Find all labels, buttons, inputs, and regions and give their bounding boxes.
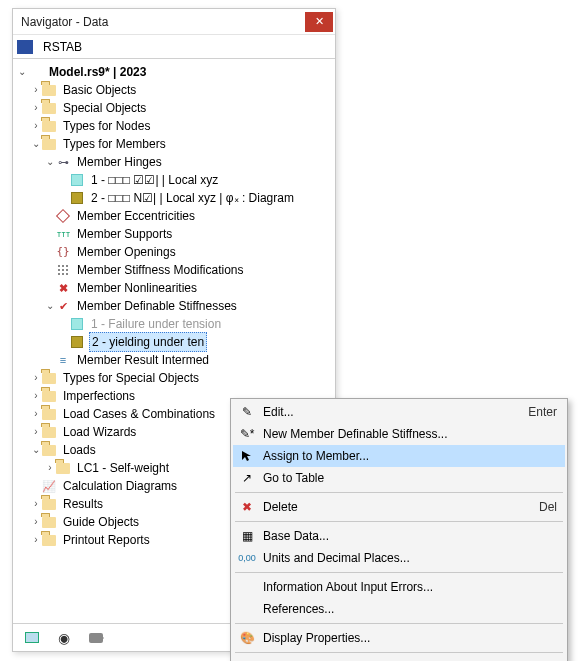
base-data-icon: ▦ [237,529,257,543]
record-button[interactable] [83,627,109,649]
cursor-icon [237,450,257,462]
node-loads[interactable]: Loads [61,441,98,459]
ctx-edit[interactable]: ✎ Edit... Enter [233,401,565,423]
ctx-display-properties[interactable]: 🎨 Display Properties... [233,627,565,649]
node-types-for-members[interactable]: Types for Members [61,135,168,153]
node-basic-objects[interactable]: Basic Objects [61,81,138,99]
node-imperfections[interactable]: Imperfections [61,387,137,405]
ctx-new-definable-stiffness[interactable]: ✎* New Member Definable Stiffness... [233,423,565,445]
node-member-supports[interactable]: Member Supports [75,225,174,243]
node-lc1[interactable]: LC1 - Self-weight [75,459,171,477]
root-node[interactable]: Model.rs9* | 2023 [47,63,148,81]
close-button[interactable]: ✕ [305,12,333,32]
def-stiff-icon: ✔ [55,299,71,313]
result-icon: ≡ [55,353,71,367]
titlebar: Navigator - Data ✕ [13,9,335,35]
ctx-base-data[interactable]: ▦ Base Data... [233,525,565,547]
node-hinge-1[interactable]: 1 - □□□ ☑☑| | Local xyz [89,171,220,189]
support-icon: ттт [55,227,71,241]
node-member-openings[interactable]: Member Openings [75,243,178,261]
new-window-button[interactable] [19,627,45,649]
node-special-objects[interactable]: Special Objects [61,99,148,117]
node-member-eccentricities[interactable]: Member Eccentricities [75,207,197,225]
eccentricity-icon [56,209,70,223]
calc-diagram-icon: 📈 [41,479,57,493]
node-printout-reports[interactable]: Printout Reports [61,531,152,549]
palette-icon: 🎨 [237,631,257,645]
node-load-wizards[interactable]: Load Wizards [61,423,138,441]
eye-icon: ◉ [58,630,70,646]
node-calc-diagrams[interactable]: Calculation Diagrams [61,477,179,495]
cyan-square-icon [71,318,83,330]
nonlinearity-icon: ✖ [55,281,71,295]
separator [235,521,563,522]
node-types-for-special[interactable]: Types for Special Objects [61,369,201,387]
goto-icon: ↗ [237,471,257,485]
ctx-units[interactable]: 0,00 Units and Decimal Places... [233,547,565,569]
separator [235,652,563,653]
window-icon [25,632,39,643]
ctx-assign-to-member[interactable]: Assign to Member... [233,445,565,467]
node-guide-objects[interactable]: Guide Objects [61,513,141,531]
node-stiff-1[interactable]: 1 - Failure under tension [89,315,223,333]
node-member-def-stiff[interactable]: Member Definable Stiffnesses [75,297,239,315]
ctx-go-to-table[interactable]: ↗ Go to Table [233,467,565,489]
node-types-for-nodes[interactable]: Types for Nodes [61,117,152,135]
node-results[interactable]: Results [61,495,105,513]
tab-bar: RSTAB [13,35,335,59]
delete-icon: ✖ [237,500,257,514]
node-member-stiffness-mod[interactable]: Member Stiffness Modifications [75,261,246,279]
ctx-references[interactable]: References... [233,598,565,620]
stiffmod-icon [57,264,69,276]
cyan-square-icon [71,174,83,186]
node-member-result-intermediate[interactable]: Member Result Intermed [75,351,211,369]
context-menu: ✎ Edit... Enter ✎* New Member Definable … [230,398,568,661]
edit-icon: ✎ [237,405,257,419]
hinge-icon: ⊶ [55,155,71,169]
ctx-delete[interactable]: ✖ Delete Del [233,496,565,518]
opening-icon: {} [55,245,71,259]
ctx-expand-default[interactable]: ≡ Expand to Default [233,656,565,661]
node-stiff-2-selected[interactable]: 2 - yielding under ten [89,332,207,352]
view-button[interactable]: ◉ [51,627,77,649]
olive-square-icon [71,192,83,204]
camera-icon [89,633,103,643]
olive-square-icon [71,336,83,348]
panel-title: Navigator - Data [21,15,305,29]
separator [235,572,563,573]
node-hinge-2[interactable]: 2 - □□□ N☑| | Local xyz | φₓ : Diagram [89,189,296,207]
new-icon: ✎* [237,427,257,441]
separator [235,623,563,624]
tab-rstab[interactable]: RSTAB [37,38,88,56]
node-member-nonlinearities[interactable]: Member Nonlinearities [75,279,199,297]
node-member-hinges[interactable]: Member Hinges [75,153,164,171]
units-icon: 0,00 [237,553,257,563]
app-icon [17,40,33,54]
node-load-cases[interactable]: Load Cases & Combinations [61,405,217,423]
separator [235,492,563,493]
ctx-info-errors[interactable]: Information About Input Errors... [233,576,565,598]
